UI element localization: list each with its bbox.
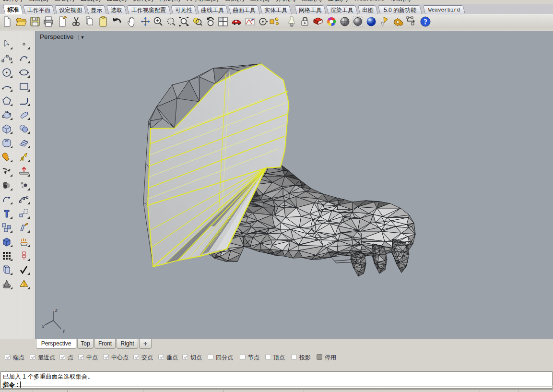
svg-text:y: y bbox=[61, 327, 65, 333]
svg-text:?: ? bbox=[424, 18, 427, 26]
svg-text:z: z bbox=[55, 307, 58, 313]
svg-text:x: x bbox=[41, 322, 45, 330]
